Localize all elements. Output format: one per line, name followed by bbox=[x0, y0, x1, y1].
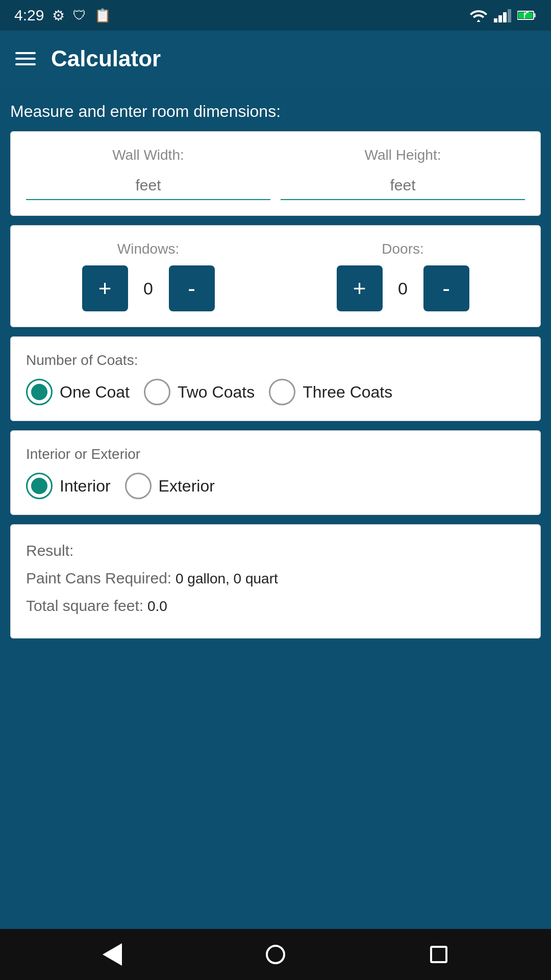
status-bar: 4:29 ⚙ 🛡 📋 bbox=[0, 0, 551, 31]
three-coat-radio[interactable] bbox=[269, 379, 295, 405]
background-spacer bbox=[0, 796, 551, 929]
back-icon bbox=[103, 943, 122, 966]
windows-add-button[interactable]: + bbox=[82, 265, 128, 311]
paint-cans-value: 0 gallon, 0 quart bbox=[176, 571, 278, 586]
time-display: 4:29 bbox=[14, 7, 44, 24]
clipboard-icon: 📋 bbox=[94, 8, 111, 23]
three-coat-option[interactable]: Three Coats bbox=[269, 379, 392, 405]
windows-group: Windows: + 0 - bbox=[26, 241, 270, 311]
main-content: Measure and enter room dimensions: Wall … bbox=[0, 87, 551, 796]
wall-height-input[interactable] bbox=[281, 172, 525, 200]
svg-rect-2 bbox=[503, 12, 507, 22]
interior-radio-inner bbox=[31, 478, 47, 494]
hamburger-menu[interactable] bbox=[15, 52, 36, 65]
svg-rect-1 bbox=[498, 15, 502, 22]
location-title: Interior or Exterior bbox=[26, 446, 525, 462]
exterior-label: Exterior bbox=[159, 477, 215, 496]
doors-controls: + 0 - bbox=[337, 265, 469, 311]
status-left: 4:29 ⚙ 🛡 📋 bbox=[14, 7, 111, 24]
doors-add-button[interactable]: + bbox=[337, 265, 383, 311]
counters-card: Windows: + 0 - Doors: + 0 - bbox=[10, 225, 541, 327]
wall-width-input[interactable] bbox=[26, 172, 270, 200]
svg-rect-5 bbox=[534, 13, 536, 17]
two-coat-label: Two Coats bbox=[178, 383, 255, 402]
one-coat-label: One Coat bbox=[60, 383, 130, 402]
windows-value: 0 bbox=[138, 279, 159, 299]
total-sqft-value: 0.0 bbox=[147, 598, 167, 614]
doors-label: Doors: bbox=[382, 241, 423, 257]
windows-controls: + 0 - bbox=[82, 265, 215, 311]
exterior-option[interactable]: Exterior bbox=[125, 473, 215, 499]
result-header: Result: bbox=[26, 540, 525, 561]
doors-value: 0 bbox=[393, 279, 413, 299]
wall-width-label: Wall Width: bbox=[112, 147, 184, 163]
bottom-nav bbox=[0, 929, 551, 980]
doors-remove-button[interactable]: - bbox=[423, 265, 469, 311]
coats-radio-group: One Coat Two Coats Three Coats bbox=[26, 379, 525, 405]
back-button[interactable] bbox=[94, 937, 130, 972]
app-bar: Calculator bbox=[0, 31, 551, 87]
recents-icon bbox=[430, 946, 447, 963]
home-icon bbox=[266, 945, 285, 964]
two-coat-option[interactable]: Two Coats bbox=[144, 379, 255, 405]
dimensions-card: Wall Width: Wall Height: bbox=[10, 131, 541, 216]
result-label: Result: bbox=[26, 542, 73, 559]
section-label: Measure and enter room dimensions: bbox=[10, 102, 541, 121]
location-card: Interior or Exterior Interior Exterior bbox=[10, 430, 541, 515]
interior-option[interactable]: Interior bbox=[26, 473, 111, 499]
signal-icon bbox=[494, 8, 511, 22]
svg-rect-3 bbox=[508, 9, 511, 22]
total-sqft-row: Total square feet: 0.0 bbox=[26, 595, 525, 617]
three-coat-label: Three Coats bbox=[303, 383, 392, 402]
windows-remove-button[interactable]: - bbox=[169, 265, 215, 311]
wall-height-label: Wall Height: bbox=[365, 147, 441, 163]
home-button[interactable] bbox=[258, 937, 293, 972]
location-radio-group: Interior Exterior bbox=[26, 473, 525, 499]
status-right bbox=[469, 8, 537, 22]
one-coat-radio[interactable] bbox=[26, 379, 53, 405]
app-title: Calculator bbox=[51, 46, 161, 71]
doors-group: Doors: + 0 - bbox=[281, 241, 525, 311]
two-coat-radio[interactable] bbox=[144, 379, 170, 405]
coats-card: Number of Coats: One Coat Two Coats Thre… bbox=[10, 336, 541, 421]
wall-width-group: Wall Width: bbox=[26, 147, 270, 200]
paint-cans-label: Paint Cans Required: bbox=[26, 570, 171, 586]
interior-label: Interior bbox=[60, 477, 111, 496]
coats-title: Number of Coats: bbox=[26, 352, 525, 369]
svg-rect-0 bbox=[494, 18, 497, 22]
windows-label: Windows: bbox=[117, 241, 179, 257]
gear-icon: ⚙ bbox=[52, 7, 65, 24]
battery-icon bbox=[517, 10, 537, 21]
recents-button[interactable] bbox=[421, 937, 457, 972]
exterior-radio[interactable] bbox=[125, 473, 152, 499]
interior-radio[interactable] bbox=[26, 473, 53, 499]
one-coat-option[interactable]: One Coat bbox=[26, 379, 130, 405]
total-sqft-label: Total square feet: bbox=[26, 597, 143, 614]
result-card: Result: Paint Cans Required: 0 gallon, 0… bbox=[10, 524, 541, 639]
wifi-icon bbox=[469, 8, 488, 22]
shield-icon: 🛡 bbox=[73, 8, 86, 23]
paint-cans-row: Paint Cans Required: 0 gallon, 0 quart bbox=[26, 568, 525, 589]
wall-height-group: Wall Height: bbox=[281, 147, 525, 200]
one-coat-radio-inner bbox=[31, 384, 47, 400]
